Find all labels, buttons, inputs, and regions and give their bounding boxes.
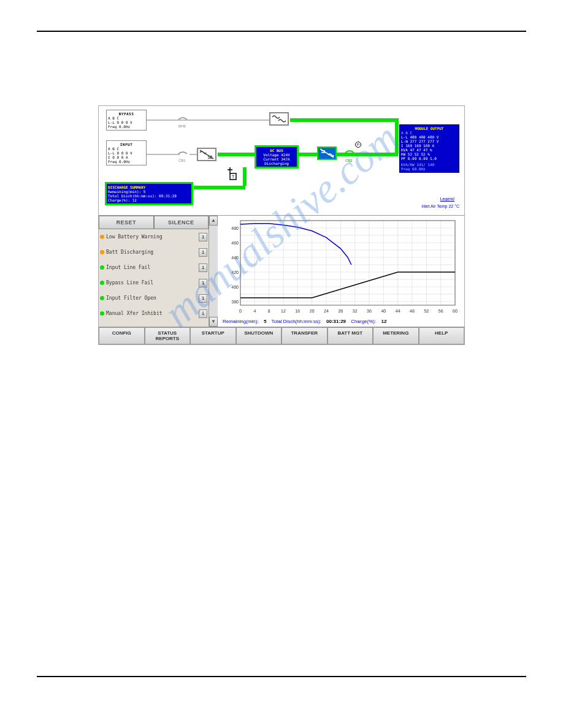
svg-text:20: 20 <box>310 309 315 313</box>
svg-text:56: 56 <box>439 309 443 313</box>
bfb-breaker-icon <box>177 116 188 123</box>
svg-text:36: 36 <box>367 309 372 313</box>
status-dot-icon <box>100 265 104 270</box>
cb2-label: CB2 <box>345 159 353 162</box>
tab-config[interactable]: CONFIG <box>99 327 145 344</box>
alarm-row: Manual Xfer Inhibit i <box>99 306 209 321</box>
svg-text:480: 480 <box>231 226 239 230</box>
status-dot-icon <box>100 235 104 239</box>
inlet-temp: Inlet Air Temp 22 °C <box>421 204 459 208</box>
svg-text:440: 440 <box>231 256 239 260</box>
alarm-row: Low Battery Warning 1 <box>99 229 209 245</box>
discharge-summary-panel: DISCHARGE SUMMARY Remaining(min): 5 Tota… <box>105 182 193 205</box>
legend-link[interactable]: Legend <box>440 197 454 201</box>
static-switch-icon <box>269 112 289 126</box>
svg-text:400: 400 <box>231 285 239 289</box>
svg-text:12: 12 <box>281 309 286 313</box>
tab-batt-mgt[interactable]: BATT MGT <box>327 327 373 344</box>
alarm-info-button[interactable]: 1 <box>199 294 207 303</box>
svg-text:8: 8 <box>268 309 270 313</box>
tab-metering[interactable]: METERING <box>373 327 419 344</box>
tab-status-reports[interactable]: STATUS REPORTS <box>145 327 191 344</box>
input-panel: INPUT A B C L-L 0 0 0 V I 0 0 0 A Freq 0… <box>106 140 147 165</box>
svg-text:52: 52 <box>424 309 429 313</box>
svg-text:380: 380 <box>231 300 239 304</box>
cb2-breaker-icon <box>344 149 355 156</box>
alarm-text: Batt Discharging <box>106 249 199 255</box>
alarm-panel: RESET SILENCE Low Battery Warning 1 Batt… <box>99 216 209 327</box>
cb1-label: CB1 <box>178 159 186 162</box>
svg-text:4: 4 <box>253 309 256 313</box>
silence-button[interactable]: SILENCE <box>154 216 209 229</box>
cb1-breaker-icon <box>177 150 188 157</box>
tab-shutdown[interactable]: SHUTDOWN <box>236 327 282 344</box>
alarm-text: Input Filter Open <box>106 295 199 301</box>
scroll-down-icon[interactable]: ▼ <box>209 317 218 327</box>
svg-text:24: 24 <box>324 309 329 313</box>
status-dot-icon <box>100 281 104 285</box>
bfb-label: BFB <box>178 124 186 128</box>
svg-text:44: 44 <box>396 309 400 313</box>
alarm-row: Input Line Fail 1 <box>99 260 209 275</box>
status-dot-icon <box>100 311 104 316</box>
alarm-info-button[interactable]: i <box>199 309 207 318</box>
ups-monitor-app: BYPASS A B C L-L 0 0 0 V Freq 0.0Hz INPU… <box>98 105 465 345</box>
svg-text:32: 32 <box>353 309 358 313</box>
alarm-text: Low Battery Warning <box>106 234 199 240</box>
p-indicator-icon: P <box>355 142 361 148</box>
alarm-row: Input Filter Open 1 <box>99 290 209 306</box>
alarm-scrollbar[interactable]: ▲ ▼ <box>209 216 218 327</box>
discharge-chart: 3804004204404604800481216202428323640444… <box>218 216 464 327</box>
svg-text:60: 60 <box>453 309 458 313</box>
svg-rect-30 <box>240 221 455 305</box>
alarm-text: Bypass Line Fail <box>106 280 199 286</box>
aux-cabinet-icon: T <box>221 165 239 182</box>
alarm-info-button[interactable]: 1 <box>199 248 207 257</box>
alarm-info-button[interactable]: 1 <box>199 233 207 241</box>
module-output-panel: MODULE OUTPUT A B C L-L 480 480 480 V L-… <box>399 124 459 173</box>
alarm-info-button[interactable]: 1 <box>199 279 207 287</box>
svg-text:0: 0 <box>239 309 242 313</box>
svg-text:T: T <box>232 175 235 179</box>
scroll-up-icon[interactable]: ▲ <box>209 216 218 226</box>
svg-text:28: 28 <box>338 309 343 313</box>
rectifier-icon <box>197 148 216 161</box>
tab-transfer[interactable]: TRANSFER <box>282 327 327 344</box>
svg-text:48: 48 <box>410 309 415 313</box>
alarm-text: Input Line Fail <box>106 265 199 270</box>
one-line-diagram: BYPASS A B C L-L 0 0 0 V Freq 0.0Hz INPU… <box>99 106 464 215</box>
status-dot-icon <box>100 296 104 300</box>
alarm-text: Manual Xfer Inhibit <box>106 311 199 316</box>
tab-help[interactable]: HELP <box>419 327 465 344</box>
tab-startup[interactable]: STARTUP <box>190 327 236 344</box>
svg-text:460: 460 <box>231 241 239 245</box>
svg-text:40: 40 <box>381 309 386 313</box>
bypass-panel: BYPASS A B C L-L 0 0 0 V Freq 0.0Hz <box>106 110 147 131</box>
inverter-icon <box>317 146 337 160</box>
alarm-row: Bypass Line Fail 1 <box>99 275 209 290</box>
svg-text:16: 16 <box>295 309 300 313</box>
alarm-row: Batt Discharging 1 <box>99 245 209 260</box>
status-dot-icon <box>100 250 104 254</box>
reset-button[interactable]: RESET <box>99 216 154 229</box>
chart-stats: Remaining(min): 5 Total Disch(hh:mm:ss):… <box>223 319 459 324</box>
svg-text:420: 420 <box>231 270 239 275</box>
dc-bus-panel: DC BUS Voltage 424V Current 347A Dischar… <box>255 145 299 169</box>
alarm-info-button[interactable]: 1 <box>199 264 207 272</box>
